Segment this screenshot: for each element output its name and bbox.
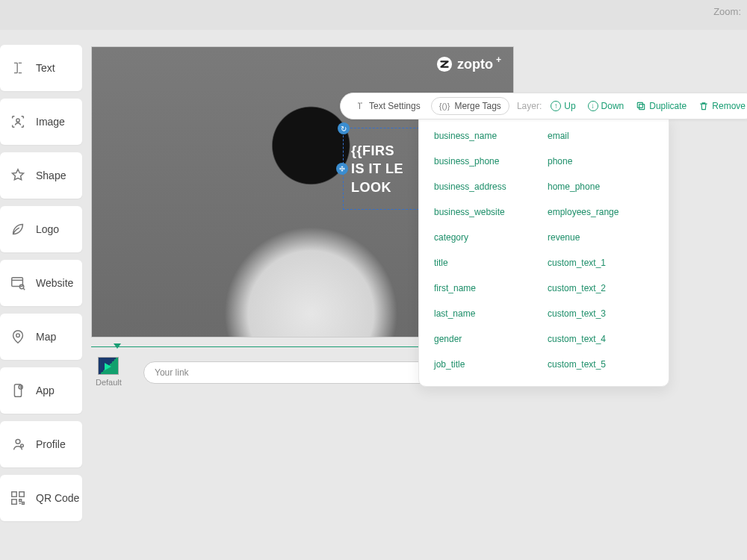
brand-badge: zopto +	[436, 56, 503, 72]
trash-icon	[698, 101, 709, 111]
merge-tag-item[interactable]: custom_text_4	[548, 334, 654, 344]
merge-tag-item[interactable]: business_address	[434, 181, 540, 192]
element-toolbar: Text Settings {()} Merge Tags Layer: ↑ U…	[340, 93, 747, 119]
merge-tags-grid: business_name email business_phone phone…	[434, 131, 654, 370]
ruler-marker-icon[interactable]	[112, 342, 123, 352]
variant-label: Default	[96, 378, 122, 387]
merge-tag-item[interactable]: title	[434, 258, 540, 268]
browser-search-icon	[9, 274, 27, 292]
sidebar-item-image[interactable]: Image	[0, 99, 82, 145]
variant-default[interactable]: Default	[96, 357, 122, 387]
svg-rect-12	[639, 105, 645, 110]
layer-up-button[interactable]: ↑ Up	[546, 99, 580, 113]
sidebar-item-label: Website	[36, 277, 73, 289]
merge-tag-item[interactable]: phone	[548, 156, 654, 167]
profile-icon	[9, 435, 27, 453]
rotate-handle-icon[interactable]: ↻	[338, 122, 350, 134]
merge-tag-item[interactable]: email	[548, 131, 654, 141]
sidebar-item-label: QR Code	[36, 492, 79, 504]
merge-tag-item[interactable]: home_phone	[548, 181, 654, 192]
sidebar-item-profile[interactable]: Profile	[0, 421, 82, 467]
sidebar-item-label: Profile	[36, 438, 66, 450]
brand-name: zopto	[457, 57, 493, 72]
merge-tag-item[interactable]: custom_text_5	[548, 359, 654, 370]
braces-icon: {()}	[439, 102, 450, 111]
svg-point-0	[16, 119, 19, 122]
map-pin-icon	[9, 328, 27, 346]
sidebar-item-app[interactable]: App	[0, 367, 82, 414]
merge-tag-item[interactable]: gender	[434, 334, 540, 344]
merge-tag-item[interactable]: employees_range	[548, 207, 654, 217]
sidebar-item-website[interactable]: Website	[0, 260, 82, 306]
merge-tag-item[interactable]: business_website	[434, 207, 540, 217]
sidebar-item-label: Shape	[36, 169, 66, 181]
svg-rect-8	[12, 492, 16, 497]
merge-tag-item[interactable]: custom_text_3	[548, 308, 654, 319]
tab-merge-tags[interactable]: {()} Merge Tags	[431, 97, 509, 115]
merge-tags-dropdown: business_name email business_phone phone…	[418, 116, 669, 387]
merge-tag-item[interactable]: custom_text_2	[548, 283, 654, 293]
merge-tag-item[interactable]: custom_text_1	[548, 258, 654, 268]
sidebar-item-logo[interactable]: Logo	[0, 206, 82, 252]
duplicate-icon	[636, 101, 646, 111]
arrow-up-icon: ↑	[551, 101, 561, 111]
merge-tag-item[interactable]: business_phone	[434, 156, 540, 167]
svg-point-6	[16, 439, 20, 444]
sidebar: Text Image Shape Logo Website Map App	[0, 45, 82, 529]
tab-text-settings[interactable]: Text Settings	[348, 98, 428, 114]
merge-tag-item[interactable]: last_name	[434, 308, 540, 319]
qr-code-icon	[9, 489, 27, 507]
svg-point-7	[21, 444, 24, 447]
svg-rect-9	[19, 492, 24, 497]
merge-tag-item[interactable]: revenue	[548, 232, 654, 243]
move-handle-icon[interactable]	[336, 163, 348, 175]
svg-rect-4	[14, 385, 21, 397]
layer-label: Layer:	[517, 101, 542, 111]
phone-app-icon	[9, 382, 27, 399]
person-scan-icon	[9, 113, 27, 131]
sidebar-item-label: App	[36, 385, 55, 396]
merge-tag-item[interactable]: category	[434, 232, 540, 243]
layer-down-button[interactable]: ↓ Down	[583, 99, 629, 113]
sidebar-item-label: Logo	[36, 223, 59, 235]
sidebar-item-shape[interactable]: Shape	[0, 152, 82, 199]
duplicate-button[interactable]: Duplicate	[631, 99, 691, 113]
link-placeholder: Your link	[155, 367, 189, 378]
svg-point-3	[16, 334, 20, 337]
sidebar-item-label: Map	[36, 331, 56, 343]
zoom-label: Zoom:	[713, 6, 741, 17]
svg-rect-13	[638, 102, 643, 108]
merge-tag-item[interactable]: business_name	[434, 131, 540, 141]
leaf-icon	[9, 220, 27, 238]
sidebar-item-label: Image	[36, 116, 65, 128]
sidebar-item-qrcode[interactable]: QR Code	[0, 475, 82, 521]
sidebar-item-label: Text	[36, 62, 55, 74]
topbar: Zoom:	[0, 0, 747, 30]
variant-thumbnail	[98, 357, 119, 375]
merge-tag-item[interactable]: first_name	[434, 283, 540, 293]
merge-tag-item[interactable]: job_title	[434, 359, 540, 370]
remove-button[interactable]: Remove	[694, 99, 747, 113]
sidebar-item-text[interactable]: Text	[0, 45, 82, 91]
svg-rect-10	[12, 500, 16, 504]
star-icon	[9, 167, 27, 184]
brand-plus-icon: +	[496, 55, 501, 65]
text-cursor-icon	[9, 59, 27, 77]
arrow-down-icon: ↓	[588, 101, 598, 111]
sidebar-item-map[interactable]: Map	[0, 314, 82, 360]
